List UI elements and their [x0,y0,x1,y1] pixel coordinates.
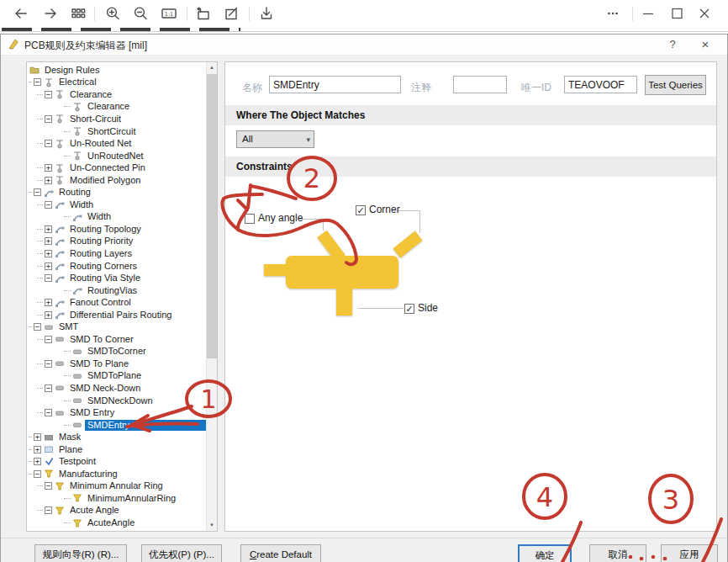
tree-item-smdtocorner-23[interactable]: SMDToCorner [27,346,206,358]
collapse-icon[interactable]: − [45,140,52,147]
tree-item-unroutednet-7[interactable]: UnRoutedNet [27,150,206,162]
expand-icon[interactable]: + [45,237,52,245]
rule-wizard-button[interactable]: 规则向导(R) (R)... [34,544,127,562]
tree-item-routing-corners-16[interactable]: +Routing Corners [27,260,206,273]
back-icon[interactable] [12,4,30,23]
collapse-icon[interactable]: − [45,482,52,490]
download-icon[interactable] [257,4,276,23]
expand-icon[interactable]: + [45,225,52,233]
tree-item-routing-priority-14[interactable]: +Routing Priority [27,236,206,248]
tree-item-un-connected-pin-8[interactable]: +Un-Connected Pin [27,162,206,174]
tree-item-width-12[interactable]: Width [27,211,206,224]
collapse-icon[interactable]: − [45,409,52,416]
zoom-out-icon[interactable] [131,4,150,23]
tree-item-acuteangle-37[interactable]: AcuteAngle [27,517,206,529]
dialog-close-icon[interactable]: × [699,37,712,51]
expand-icon[interactable]: + [45,250,52,257]
tree-item-testpoint-32[interactable]: +Testpoint [27,456,206,469]
tree-item-minimumannularring-35[interactable]: MinimumAnnularRing [27,492,206,505]
tree-item-smt-21[interactable]: −SMT [27,321,206,333]
collapse-icon[interactable]: − [34,78,41,86]
collapse-icon[interactable]: − [45,384,52,392]
scope-dropdown[interactable]: All ▾ [236,130,314,148]
any-angle-checkbox[interactable] [245,214,255,224]
scroll-up-icon[interactable]: ▲ [207,62,217,73]
expand-icon[interactable]: + [45,311,52,319]
expand-icon[interactable]: + [45,164,52,172]
tree-item-smd-to-plane-24[interactable]: −SMD To Plane [27,358,206,370]
collapse-icon[interactable]: − [45,336,52,343]
edit-icon[interactable] [222,4,240,23]
maximize-icon[interactable] [667,4,686,23]
tree-item-un-routed-net-6[interactable]: −Un-Routed Net [27,137,206,150]
comment-input[interactable] [453,76,507,93]
expand-icon[interactable]: + [45,177,52,184]
tree-item-plane-31[interactable]: +Plane [27,443,206,456]
cancel-button[interactable]: 取消 [589,544,646,562]
tree-item-short-circuit-4[interactable]: −Short-Circuit [27,113,206,125]
zoom-in-icon[interactable] [103,4,122,23]
tree-item-smd-to-corner-22[interactable]: −SMD To Corner [27,333,206,346]
expand-icon[interactable]: + [34,446,41,453]
forward-icon[interactable] [41,4,60,23]
tree-item-routing-layers-15[interactable]: +Routing Layers [27,247,206,260]
tree-item-routing-topology-13[interactable]: +Routing Topology [27,223,206,236]
one-to-one-icon[interactable]: 1:1 [160,4,178,23]
tree-scrollbar[interactable]: ▲ ▼ [206,62,217,531]
tree-guide [29,326,32,327]
tree-item-smd-entry-28[interactable]: −SMD Entry [27,406,206,419]
tree-item-smd-neck-down-26[interactable]: −SMD Neck-Down [27,382,206,395]
apps-grid-icon[interactable] [69,4,87,23]
dialog-titlebar[interactable]: PCB规则及约束编辑器 [mil] ? × [1,34,727,56]
app-toolbar: 1:1 [0,0,728,27]
priorities-button[interactable]: 优先权(P) (P)... [141,544,222,562]
collapse-icon[interactable]: − [45,506,52,514]
scroll-down-icon[interactable]: ▼ [207,520,217,531]
close-icon[interactable] [695,4,714,23]
tree-item-minimum-annular-ring-34[interactable]: −Minimum Annular Ring [27,480,206,493]
ok-button[interactable]: 确定 [518,544,572,562]
collapse-icon[interactable]: − [34,470,41,478]
tree-item-smdentry-29[interactable]: SMDEntry [27,419,206,432]
collapse-icon[interactable]: − [45,360,52,368]
more-icon[interactable] [604,4,622,23]
minimize-icon[interactable] [639,4,657,23]
test-queries-button[interactable]: Test Queries [645,75,706,95]
tree-item-modified-polygon-9[interactable]: +Modified Polygon [27,174,206,187]
help-icon[interactable]: ? [667,38,678,50]
pop-out-icon[interactable] [193,4,212,23]
expand-icon[interactable]: + [45,262,52,270]
tree-item-width-11[interactable]: −Width [27,199,206,211]
tree-item-design-rules-0[interactable]: Design Rules [27,64,206,77]
tree-item-acute-angle-36[interactable]: −Acute Angle [27,505,206,517]
expand-icon[interactable]: + [34,458,41,465]
collapse-icon[interactable]: − [45,274,52,282]
tree-item-differential-pairs-routing-20[interactable]: +Differential Pairs Routing [27,309,206,321]
collapse-icon[interactable]: − [45,91,52,98]
create-default-rules-button[interactable]: Create Default Rules [240,544,321,562]
tree-item-shortcircuit-5[interactable]: ShortCircuit [27,125,206,138]
tree-item-smdneckdown-27[interactable]: SMDNeckDown [27,395,206,407]
side-checkbox[interactable]: ✓ [404,304,414,314]
scrollbar-thumb[interactable] [207,74,217,358]
tree-item-clearance-2[interactable]: −Clearance [27,88,206,101]
collapse-icon[interactable]: − [34,323,41,331]
expand-icon[interactable]: + [45,299,52,306]
tree-item-smdtoplane-25[interactable]: SMDToPlane [27,370,206,383]
tree-item-fanout-control-19[interactable]: +Fanout Control [27,296,206,309]
tree-item-routing-10[interactable]: −Routing [27,186,206,199]
tree-item-routingvias-18[interactable]: RoutingVias [27,284,206,297]
apply-button[interactable]: 应用 [661,544,718,562]
expand-icon[interactable]: + [34,433,41,441]
collapse-icon[interactable]: − [45,115,52,123]
collapse-icon[interactable]: − [34,188,41,196]
corner-checkbox[interactable]: ✓ [356,205,366,215]
tree-item-routing-via-style-17[interactable]: −Routing Via Style [27,272,206,284]
unique-id-input[interactable] [564,76,637,93]
tree-item-mask-30[interactable]: +Mask [27,431,206,443]
name-input[interactable] [269,76,401,93]
tree-item-clearance-3[interactable]: Clearance [27,101,206,114]
tree-item-electrical-1[interactable]: −Electrical [27,77,206,89]
collapse-icon[interactable]: − [45,201,52,209]
tree-item-manufacturing-33[interactable]: −Manufacturing [27,468,206,480]
